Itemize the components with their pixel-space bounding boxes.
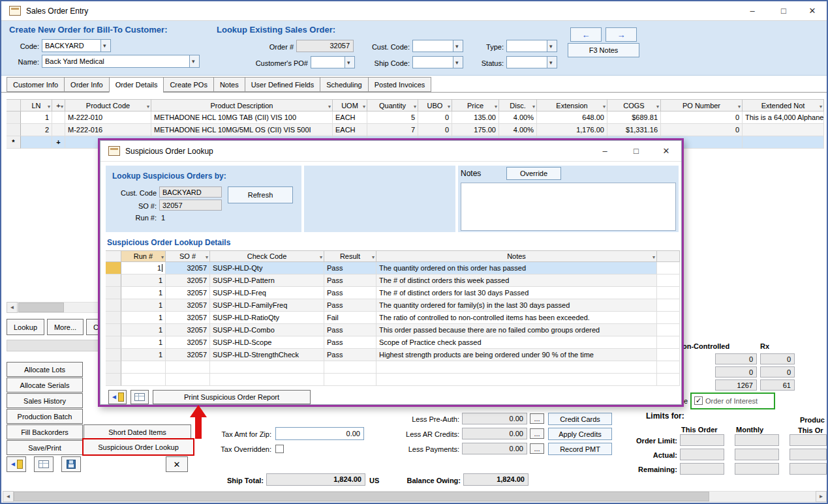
row-selector[interactable] [106, 274, 121, 287]
f3-notes-button[interactable]: F3 Notes [568, 43, 639, 57]
ar-credits-ellipsis-button[interactable]: ... [530, 428, 544, 439]
cell-price[interactable]: 175.00 [452, 124, 499, 136]
suspicious-row-3[interactable]: 1 32057 SUSP-HLD-Freq Pass The # of dist… [106, 287, 680, 299]
cell-run[interactable]: 1 [121, 349, 166, 361]
chevron-down-icon[interactable] [189, 55, 199, 67]
col-header-product-description[interactable]: Product Description [151, 99, 333, 111]
dialog-maximize-button[interactable]: □ [622, 141, 650, 161]
col-header-so[interactable]: SO # [166, 250, 210, 262]
col-header-result[interactable]: Result [324, 250, 376, 262]
scroll-right-icon[interactable]: ► [816, 491, 827, 502]
bill-to-name-combo[interactable]: Back Yard Medical [42, 55, 200, 68]
cell-ln[interactable]: 1 [21, 111, 52, 124]
tax-overridden-checkbox[interactable] [275, 445, 284, 453]
suspicious-row-5[interactable]: 1 32057 SUSP-HLD-RatioQty Fail The ratio… [106, 312, 680, 324]
prev-record-button[interactable]: ← [570, 27, 602, 42]
exit-button[interactable]: ◄ [7, 456, 26, 472]
dialog-close-button[interactable]: ✕ [652, 141, 680, 161]
cell-result[interactable]: Pass [324, 336, 376, 349]
next-record-button[interactable]: → [606, 27, 637, 42]
cell-so[interactable]: 32057 [166, 336, 210, 349]
chevron-down-icon[interactable] [453, 57, 463, 68]
new-record-selector[interactable]: * [7, 136, 21, 149]
tab-notes[interactable]: Notes [213, 77, 245, 92]
cell-extension[interactable]: 1,176.00 [537, 124, 607, 136]
tab-create-pos[interactable]: Create POs [163, 77, 213, 92]
suspicious-row-8[interactable]: 1 32057 SUSP-HLD-StrengthCheck Pass High… [106, 349, 680, 361]
col-header-po-number[interactable]: PO Number [661, 99, 743, 111]
cell-expand[interactable] [52, 124, 65, 136]
close-button[interactable]: ✕ [799, 1, 826, 20]
cell-so[interactable]: 32057 [166, 262, 210, 274]
tab-scheduling[interactable]: Scheduling [320, 77, 367, 92]
cell-uom[interactable]: EACH [333, 111, 367, 124]
order-row-1[interactable]: 1 M-222-010 METHADONE HCL 10MG TAB (CII)… [7, 111, 824, 124]
short-dated-items-button[interactable]: Short Dated Items [84, 424, 191, 439]
col-header-price[interactable]: Price [452, 99, 499, 111]
cell-notes[interactable]: The # of distinct orders this week passe… [376, 274, 657, 287]
minimize-button[interactable]: – [739, 1, 766, 20]
row-selector[interactable] [106, 312, 121, 324]
cell-notes[interactable]: Scope of Practice check passed [376, 336, 657, 349]
ship-code-combo[interactable] [412, 56, 463, 68]
cell-check-code[interactable]: SUSP-HLD-FamilyFreq [210, 299, 324, 312]
status-combo[interactable] [506, 56, 557, 68]
col-header-extended-notes[interactable]: Extended Not [743, 99, 824, 111]
cell-result[interactable]: Pass [324, 324, 376, 336]
cell-extension[interactable]: 648.00 [537, 111, 607, 124]
apply-credits-button[interactable]: Apply Credits [548, 428, 612, 440]
suspicious-row-2[interactable]: 1 32057 SUSP-HLD-Pattern Pass The # of d… [106, 274, 680, 287]
scrollbar-thumb[interactable] [18, 303, 64, 312]
bill-to-code-combo[interactable]: BACKYARD [42, 39, 111, 52]
cell-run[interactable]: 1 [121, 262, 166, 274]
row-selector[interactable] [106, 262, 121, 274]
row-selector[interactable] [7, 111, 21, 124]
cell-check-code[interactable]: SUSP-HLD-StrengthCheck [210, 349, 324, 361]
col-header-expand[interactable]: + [52, 99, 65, 111]
cell-product-code[interactable]: M-222-016 [65, 124, 151, 136]
chevron-down-icon[interactable] [100, 40, 110, 52]
scrollbar-thumb[interactable] [14, 492, 709, 501]
suspicious-row-6[interactable]: 1 32057 SUSP-HLD-Combo Pass This order p… [106, 324, 680, 336]
scroll-left-icon[interactable]: ◄ [3, 491, 14, 502]
cell-cogs[interactable]: $689.81 [607, 111, 661, 124]
row-selector[interactable] [106, 287, 121, 299]
cell-run[interactable]: 1 [121, 287, 166, 299]
cell-extended-note[interactable] [743, 124, 824, 136]
pre-auth-ellipsis-button[interactable]: ... [530, 413, 544, 424]
record-pmt-button[interactable]: Record PMT [548, 443, 612, 455]
cell-ubo[interactable]: 0 [418, 111, 452, 124]
tax-amt-input[interactable]: 0.00 [275, 427, 364, 440]
row-selector[interactable] [106, 336, 121, 349]
cell-run[interactable]: 1 [121, 274, 166, 287]
chevron-down-icon[interactable] [453, 40, 463, 52]
delete-line-button[interactable]: ✕ [166, 456, 188, 472]
col-header-check-code[interactable]: Check Code [210, 250, 324, 262]
order-row-2[interactable]: 2 M-222-016 METHADONE HCL 10MG/5ML OS (C… [7, 124, 824, 136]
order-of-interest-checkbox[interactable]: ✓ [694, 396, 703, 405]
allocate-serials-button[interactable]: Allocate Serials [7, 378, 83, 393]
maximize-button[interactable]: □ [770, 1, 797, 20]
customers-po-combo[interactable] [311, 56, 355, 68]
cell-price[interactable]: 135.00 [452, 111, 499, 124]
suspicious-row-7[interactable]: 1 32057 SUSP-HLD-Scope Pass Scope of Pra… [106, 336, 680, 349]
cell-run[interactable]: 1 [121, 299, 166, 312]
save-record-button[interactable] [61, 456, 81, 472]
dialog-minimize-button[interactable]: – [591, 141, 619, 161]
dialog-datasheet-button[interactable] [130, 390, 149, 404]
row-selector[interactable] [106, 299, 121, 312]
lookup-button[interactable]: Lookup [7, 319, 44, 335]
tab-customer-info[interactable]: Customer Info [7, 77, 64, 92]
datasheet-button[interactable] [34, 456, 54, 472]
cell-extended-note[interactable] [743, 136, 824, 149]
cell-check-code[interactable]: SUSP-HLD-Freq [210, 287, 324, 299]
col-header-ln[interactable]: LN [21, 99, 52, 111]
chevron-down-icon[interactable] [547, 40, 557, 52]
cell-ubo[interactable]: 0 [418, 124, 452, 136]
tab-order-info[interactable]: Order Info [64, 77, 109, 92]
cell-check-code[interactable]: SUSP-HLD-Qty [210, 262, 324, 274]
cell-run[interactable]: 1 [121, 336, 166, 349]
cell-result[interactable]: Pass [324, 287, 376, 299]
cell-notes[interactable]: The ratio of controlled to non-controlle… [376, 312, 657, 324]
type-combo[interactable] [506, 40, 557, 52]
